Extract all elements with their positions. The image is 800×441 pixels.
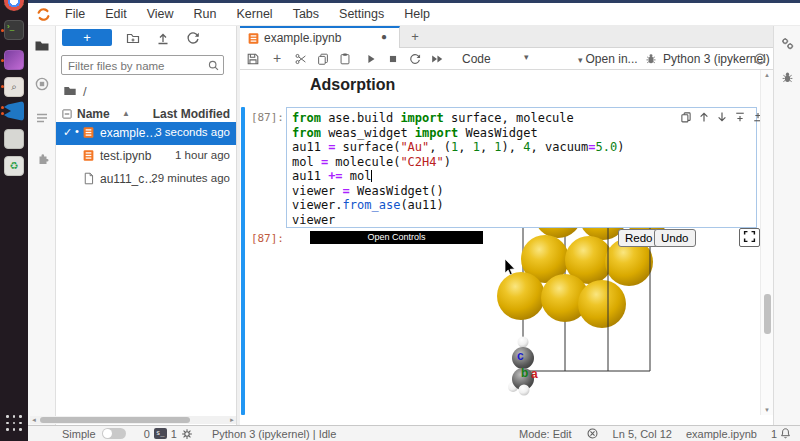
open-in-label: Open in... [586,52,638,66]
cursor-position[interactable]: Ln 5, Col 12 [613,428,672,440]
screenshot-tool-icon[interactable]: ⌕ [4,77,24,97]
file-row-2[interactable]: au111_c…29 minutes ago [56,168,236,191]
chrome-icon[interactable] [4,0,24,11]
running-dot [1,112,4,115]
file-browser-hscrollbar[interactable]: ◄ ► [30,416,236,424]
mode-indicator[interactable]: Mode: Edit [519,428,572,440]
file-row-0[interactable]: ✓•example…3 seconds ago [56,122,236,145]
property-inspector-gears-icon[interactable] [780,36,795,51]
menu-view[interactable]: View [137,7,184,21]
right-sidebar [773,26,800,425]
duplicate-cell-icon[interactable] [680,111,692,123]
terminal-count: 0 [144,428,150,440]
insert-cell-icon[interactable]: + [270,52,284,66]
input-prompt: [87]: [246,111,284,124]
fullscreen-button[interactable] [739,228,760,247]
terminal-status-icon[interactable]: s_ [154,428,167,439]
restart-run-all-icon[interactable] [430,52,444,66]
insert-cell-above-icon[interactable] [734,111,746,123]
file-row-1[interactable]: test.ipynb1 hour ago [56,145,236,168]
scroll-left-icon[interactable]: ◄ [31,416,37,424]
unsaved-dot-icon[interactable]: ● [381,31,387,42]
trash-icon[interactable]: ♻ [4,156,24,176]
code-line: viewer.from_ase(au11) [292,198,756,213]
text-editor-icon[interactable] [4,129,24,149]
open-controls-bar[interactable]: Open Controls [310,231,483,244]
kernel-status-text[interactable]: Python 3 (ipykernel) | Idle [212,428,337,440]
debugger-bug-icon[interactable] [644,52,658,66]
debugger-sidebar-bug-icon[interactable] [780,70,795,85]
breadcrumb[interactable]: / [63,83,87,99]
running-dot [1,29,4,32]
file-modified: 3 seconds ago [155,126,230,138]
table-of-contents-icon[interactable] [34,110,50,126]
menu-run[interactable]: Run [184,7,227,21]
sort-asc-icon[interactable]: ▲ [122,109,130,118]
notebook-toolbar: + Code ▾ ▾Open in... Python 3 (ipykernel… [240,48,773,70]
menu-kernel[interactable]: Kernel [227,7,283,21]
move-cell-up-icon[interactable] [698,111,710,123]
terminal-icon[interactable]: ›_ [4,20,24,40]
kernel-status-icon[interactable] [753,52,767,66]
menu-tabs[interactable]: Tabs [283,7,329,21]
running-sessions-icon[interactable] [34,76,50,92]
cell-collapser-bar[interactable] [241,107,245,415]
scrollbar-thumb[interactable] [40,417,190,423]
breadcrumb-root: / [83,84,87,99]
tab-label: example.ipynb [264,31,341,45]
extensions-icon[interactable] [34,152,50,168]
restart-kernel-icon[interactable] [408,52,422,66]
menu-help[interactable]: Help [394,7,440,21]
menu-file[interactable]: File [55,7,95,21]
code-line: viewer [292,213,756,228]
notebook-scrollbar[interactable]: ▲ ▼ [760,70,773,415]
active-file-name[interactable]: example.ipynb [686,428,757,440]
save-icon[interactable] [246,52,260,66]
cell-type-dropdown[interactable]: Code [462,52,491,66]
tab-example-ipynb[interactable]: example.ipynb ● [240,26,400,48]
code-line: au11 += mol [292,169,756,184]
refresh-icon[interactable] [185,30,201,46]
new-tab-button[interactable]: + [407,29,423,45]
ubuntu-dock: ›_ ⌕ ♻ [0,0,28,441]
vscode-icon[interactable] [4,101,24,121]
markdown-heading[interactable]: Adsorption [310,76,395,94]
open-in-dropdown[interactable]: ▾Open in... [578,52,638,66]
upload-icon[interactable] [155,30,171,46]
scroll-down-icon[interactable]: ▼ [764,407,770,413]
select-all-checkbox[interactable] [61,108,73,120]
file-browser-tab-icon[interactable] [34,38,50,54]
simple-mode-toggle[interactable] [102,428,126,439]
column-name[interactable]: Name [77,107,110,121]
code-cell-editor[interactable]: from ase.build import surface, moleculef… [286,107,757,228]
scroll-right-icon[interactable]: ► [229,416,235,424]
new-launcher-button[interactable]: + [62,29,112,46]
breakpoints-icon[interactable] [586,427,599,440]
home-folder-icon[interactable] [63,84,77,98]
media-player-icon[interactable] [4,50,24,70]
filter-files-box [61,55,224,75]
notebook-content: cba Adsorption [87]: from ase.build impo… [240,70,773,415]
bell-icon[interactable] [779,427,792,440]
menu-settings[interactable]: Settings [329,7,394,21]
undo-button[interactable]: Undo [654,229,696,247]
chevron-down-icon[interactable]: ▾ [524,52,529,62]
app-grid-icon[interactable] [6,415,23,432]
kernel-sessions-icon[interactable] [181,428,193,440]
file-name: au111_c… [100,172,156,186]
paste-icon[interactable] [338,52,352,66]
move-cell-down-icon[interactable] [716,111,728,123]
menu-items: FileEditViewRunKernelTabsSettingsHelp [55,7,440,21]
scrollbar-thumb[interactable] [764,294,771,334]
scroll-up-icon[interactable]: ▲ [764,72,770,78]
column-last-modified[interactable]: Last Modified [153,107,230,121]
new-folder-icon[interactable] [125,30,141,46]
cut-icon[interactable] [294,52,308,66]
copy-icon[interactable] [316,52,330,66]
menu-edit[interactable]: Edit [95,7,137,21]
stop-icon[interactable] [386,52,400,66]
file-list-header: Name ▲ Last Modified [56,104,236,124]
run-icon[interactable] [364,52,378,66]
code-line: mol = molecule("C2H4") [292,155,756,170]
filter-files-input[interactable] [62,57,200,75]
